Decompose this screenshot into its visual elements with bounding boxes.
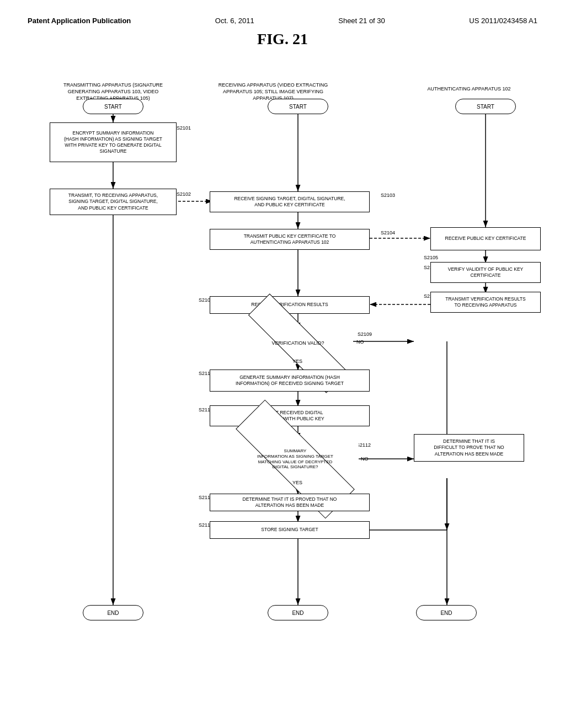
s2109-label: S2109: [358, 331, 372, 337]
header-publication: Patent Application Publication: [28, 17, 131, 25]
end2: END: [268, 605, 328, 620]
s2104-label: S2104: [381, 230, 395, 235]
end1: END: [83, 605, 143, 620]
header-patent: US 2011/0243458 A1: [469, 17, 537, 25]
header-sheet: Sheet 21 of 30: [338, 17, 385, 25]
s2115-box: STORE SIGNING TARGET: [210, 521, 370, 539]
end3: END: [416, 605, 477, 620]
s2109-diamond: VERIFICATION VALID?: [243, 328, 353, 358]
s2101-box: ENCRYPT SUMMARY INFORMATION(HASH INFORMA…: [50, 122, 177, 162]
header: Patent Application Publication Oct. 6, 2…: [28, 17, 537, 25]
receive-cert-box: RECEIVE PUBLIC KEY CERTIFICATE: [430, 227, 541, 250]
start1: START: [83, 99, 143, 114]
s2103-label: S2103: [381, 192, 395, 198]
page: Patent Application Publication Oct. 6, 2…: [0, 0, 565, 728]
s2108-box: RECEIVE VERIFICATION RESULTS: [210, 296, 370, 314]
s2101-label: S2101: [177, 125, 191, 131]
start2: START: [268, 99, 328, 114]
s2113-box: DETERMINE THAT IT ISDIFFICULT TO PROVE T…: [414, 434, 524, 462]
diagram: TRANSMITTING APPARATUS (SIGNATURE GENERA…: [28, 59, 537, 699]
s2107-box: TRANSMIT VERIFICATION RESULTSTO RECEIVIN…: [430, 292, 541, 313]
s2110-box: GENERATE SUMMARY INFORMATION (HASHINFORM…: [210, 370, 370, 392]
s2105-label: S2105: [424, 255, 438, 260]
s2112-no: NO: [361, 456, 369, 462]
s2103-box: RECEIVE SIGNING TARGET, DIGITAL SIGNATUR…: [210, 191, 370, 212]
s2112-yes: YES: [292, 480, 302, 485]
s2102-box: TRANSMIT, TO RECEIVING APPARATUS,SIGNING…: [50, 189, 177, 215]
s2112-diamond: SUMMARYINFORMATION AS SIGNING TARGETMATC…: [232, 438, 359, 480]
start3: START: [455, 99, 516, 114]
s2106-box: VERIFY VALIDITY OF PUBLIC KEYCERTIFICATE: [430, 262, 541, 283]
fig-title: FIG. 21: [28, 30, 537, 48]
s2104-box: TRANSMIT PUBLIC KEY CERTIFICATE TOAUTHEN…: [210, 229, 370, 250]
s2109-yes: YES: [292, 358, 302, 364]
s2109-no: NO: [356, 339, 364, 345]
header-date: Oct. 6, 2011: [215, 17, 254, 25]
s2114-box: DETERMINE THAT IT IS PROVED THAT NOALTER…: [210, 494, 370, 511]
s2111-box: DECRYPT RECEIVED DIGITALSIGNATURE WITH P…: [210, 405, 370, 426]
s2102-label: S2102: [177, 191, 191, 197]
